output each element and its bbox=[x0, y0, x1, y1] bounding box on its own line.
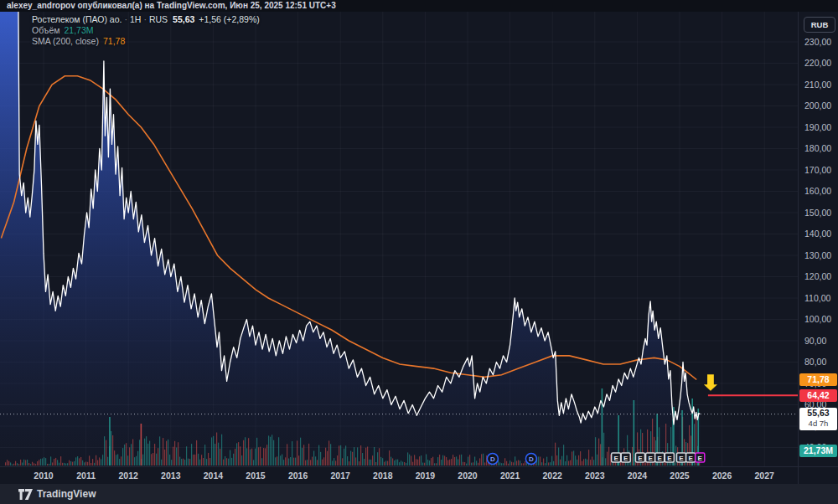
svg-text:E: E bbox=[658, 455, 663, 462]
year-label: 2024 bbox=[628, 471, 647, 481]
volume-value: 21,73M bbox=[59, 25, 93, 35]
svg-text:E: E bbox=[698, 455, 703, 462]
legend-symbol-row[interactable]: Ростелеком (ПАО) ао.·1H·RUS55,63+1,56 (+… bbox=[32, 14, 260, 25]
volume-value-badge: 21,73M bbox=[799, 445, 837, 457]
earnings-marker[interactable]: E bbox=[677, 453, 686, 462]
price-axis[interactable]: RUB 230,00220,00210,00200,00190,00180,00… bbox=[798, 12, 838, 466]
separator-dot: · bbox=[122, 14, 130, 24]
year-label: 2020 bbox=[458, 471, 477, 481]
year-label: 2011 bbox=[76, 471, 96, 481]
year-label: 2025 bbox=[670, 471, 689, 481]
separator-dot: · bbox=[141, 14, 149, 24]
price-tick-label: 100,00 bbox=[804, 314, 831, 324]
svg-text:E: E bbox=[623, 455, 628, 462]
dividend-marker[interactable]: D bbox=[525, 454, 536, 465]
earnings-marker[interactable]: E bbox=[646, 453, 655, 462]
price-tick-label: 180,00 bbox=[804, 143, 831, 153]
bar-countdown: 4d 7h bbox=[799, 419, 837, 429]
price-tick-label: 170,00 bbox=[804, 165, 831, 175]
axis-corner bbox=[798, 466, 838, 484]
year-label: 2010 bbox=[34, 471, 53, 481]
interval-value[interactable]: 1H bbox=[130, 14, 141, 24]
year-label: 2022 bbox=[543, 471, 562, 481]
price-tick-label: 140,00 bbox=[804, 229, 831, 239]
yellow-down-arrow-annotation[interactable] bbox=[702, 374, 718, 392]
earnings-marker-upcoming[interactable]: E bbox=[696, 453, 705, 462]
publish-header: alexey_andropov опубликовал(а) на Tradin… bbox=[0, 0, 838, 12]
last-price-value: 55,63 bbox=[168, 14, 194, 24]
tradingview-snapshot-page: alexey_andropov опубликовал(а) на Tradin… bbox=[0, 0, 838, 504]
sma-label: SMA (200, close) bbox=[32, 36, 99, 46]
sma-value-badge: 71,78 bbox=[799, 373, 837, 386]
price-chart-svg[interactable]: DDEEEEEEEEE bbox=[0, 12, 798, 466]
year-label: 2017 bbox=[331, 471, 350, 481]
year-label: 2013 bbox=[161, 471, 180, 481]
price-tick-label: 210,00 bbox=[804, 80, 831, 90]
earnings-marker[interactable]: E bbox=[621, 453, 630, 462]
tradingview-logo-icon[interactable] bbox=[18, 489, 33, 500]
earnings-marker[interactable]: E bbox=[686, 453, 696, 462]
time-axis[interactable]: 2010201120122013201420152016201720182019… bbox=[0, 466, 798, 484]
svg-text:E: E bbox=[688, 455, 693, 462]
currency-toggle-button[interactable]: RUB bbox=[804, 17, 835, 33]
year-label: 2027 bbox=[755, 471, 774, 481]
price-tick-label: 90,00 bbox=[804, 336, 826, 346]
publish-header-text: alexey_andropov опубликовал(а) на Tradin… bbox=[7, 1, 336, 10]
price-tick-label: 160,00 bbox=[804, 186, 831, 196]
price-tick-label: 130,00 bbox=[804, 250, 831, 260]
svg-text:E: E bbox=[638, 455, 643, 462]
legend-sma-row[interactable]: SMA (200, close)71,78 bbox=[32, 36, 260, 47]
year-label: 2012 bbox=[119, 471, 138, 481]
year-label: 2018 bbox=[373, 471, 392, 481]
earnings-marker[interactable]: E bbox=[612, 453, 621, 462]
footer-bar: TradingView bbox=[0, 484, 838, 504]
price-tick-label: 120,00 bbox=[804, 271, 831, 281]
tradingview-brand-text[interactable]: TradingView bbox=[37, 488, 96, 500]
earnings-marker[interactable]: E bbox=[655, 453, 665, 462]
year-label: 2021 bbox=[500, 471, 520, 481]
last-price-badge: 55,634d 7h bbox=[799, 408, 837, 430]
price-tick-label: 190,00 bbox=[804, 122, 831, 132]
earnings-marker[interactable]: E bbox=[665, 453, 674, 462]
sma-value: 71,78 bbox=[99, 36, 125, 46]
symbol-title[interactable]: Ростелеком (ПАО) ао. bbox=[32, 14, 122, 24]
price-tick-label: 200,00 bbox=[804, 100, 831, 111]
price-change-value: +1,56 (+2,89%) bbox=[194, 14, 259, 24]
year-label: 2016 bbox=[288, 471, 308, 481]
dividend-marker[interactable]: D bbox=[487, 454, 498, 465]
svg-text:E: E bbox=[667, 455, 672, 462]
chart-legend: Ростелеком (ПАО) ао.·1H·RUS55,63+1,56 (+… bbox=[32, 14, 260, 47]
year-label: 2014 bbox=[204, 471, 223, 481]
year-label: 2023 bbox=[585, 471, 604, 481]
price-tick-label: 80,00 bbox=[804, 357, 826, 367]
exchange-value: RUS bbox=[149, 14, 168, 24]
price-tick-label: 150,00 bbox=[804, 208, 831, 218]
svg-text:D: D bbox=[490, 455, 495, 463]
svg-text:E: E bbox=[679, 455, 684, 462]
earnings-marker[interactable]: E bbox=[635, 453, 644, 462]
volume-label: Объём bbox=[32, 25, 59, 35]
year-label: 2019 bbox=[416, 471, 435, 481]
price-tick-label: 110,00 bbox=[804, 293, 830, 303]
svg-text:D: D bbox=[529, 455, 534, 463]
legend-volume-row[interactable]: Объём21,73M bbox=[32, 25, 260, 36]
price-tick-label: 220,00 bbox=[804, 58, 831, 68]
alert-value-badge: 64,42 bbox=[799, 389, 837, 402]
year-label: 2026 bbox=[712, 471, 732, 481]
price-tick-label: 230,00 bbox=[804, 37, 831, 47]
svg-text:E: E bbox=[613, 455, 618, 462]
svg-text:E: E bbox=[648, 455, 653, 462]
year-label: 2015 bbox=[246, 471, 265, 481]
